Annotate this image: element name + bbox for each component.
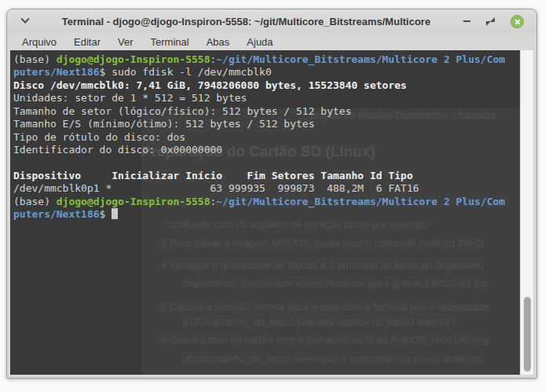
minimize-icon [463,20,470,22]
prompt-user: djogo@djogo-Inspiron-5558 [57,196,210,207]
disklabel-line: Tipo de rótulo do disco: dos [13,131,520,144]
terminal-content-area: projeto de Nicolae Dumitrache, chamado P… [10,50,533,375]
menu-arquivo[interactable]: Arquivo [13,35,65,49]
prompt-user: djogo@djogo-Inspiron-5558 [57,53,210,65]
prompt-line: (base) djogo@djogo-Inspiron-5558:~/git/M… [13,196,520,208]
partition-table-row: /dev/mmcblk0p1 * 63 999935 999873 488,2M… [13,182,520,195]
ghost-text: 6 Grave a bios no cartão com o comando s… [161,334,488,346]
terminal-window: Terminal - djogo@djogo-Inspiron-5558: ~/… [6,9,537,379]
terminal-text: (base) djogo@djogo-Inspiron-5558:~/git/M… [10,50,520,222]
terminal-cursor [112,208,118,219]
menubar: Arquivo Editar Ver Terminal Abas Ajuda [7,33,536,50]
close-button[interactable] [510,15,524,28]
window-menu-button[interactable] [13,9,37,33]
io-size-line: Tamanho E/S (mínimo/ótimo): 512 bytes / … [13,118,520,130]
partition-table-header: Dispositivo Inicializar Início Fim Setor… [13,170,520,182]
ghost-text: 5 Calcule a posição correta para gravar … [161,301,488,313]
prompt-line: (base) djogo@djogo-Inspiron-5558:~/git/M… [13,53,520,66]
menu-editar[interactable]: Editar [65,35,109,49]
window-controls [463,15,524,28]
blank-line [13,157,520,170]
maximize-icon [486,17,495,26]
minimize-button[interactable] [463,20,470,22]
ghost-text: 8192/tamanho_do_bloco (valores obtidos n… [182,316,455,328]
scrollbar-thumb[interactable] [524,297,531,372]
sector-size-line: Tamanho de setor (lógico/físico): 512 by… [13,105,520,118]
prompt-path: ~/git/Multicore_Bitstreams/Multicore 2 P… [216,196,505,207]
maximize-button[interactable] [486,17,495,26]
prompt-path: ~/git/Multicore_Bitstreams/Multicore 2 P… [216,53,505,65]
window-title: Terminal - djogo@djogo-Inspiron-5558: ~/… [37,16,455,27]
terminal-screen[interactable]: projeto de Nicolae Dumitrache, chamado P… [10,50,520,375]
prompt-line-with-cursor: puters/Next186$ [13,208,520,221]
ghost-text: 3 Para salvar a imagem MSDOS, basta usar… [161,237,484,249]
menu-ver[interactable]: Ver [109,35,142,49]
ghost-text: obs=tamanho_do_bloco seek=pos # (calcula… [182,353,481,365]
command-line: puters/Next186$ sudo fdisk -l /dev/mmcbl… [13,66,520,79]
menu-terminal[interactable]: Terminal [142,35,198,49]
disk-summary-line: Disco /dev/mmcblk0: 7,41 GiB, 7948206080… [13,79,520,92]
menu-abas[interactable]: Abas [198,35,239,49]
ghost-text: dispositivos, vamos usar esses números p… [182,277,487,289]
ghost-text: 4 Verifique a quantidade de blocos e o t… [161,259,484,271]
chevron-down-icon [20,15,29,24]
menu-ajuda[interactable]: Ajuda [238,35,281,49]
disk-id-line: Identificador do disco: 0x00000000 [13,144,520,156]
units-line: Unidades: setor de 1 * 512 = 512 bytes [13,92,520,104]
scrollbar[interactable] [520,50,533,375]
titlebar[interactable]: Terminal - djogo@djogo-Inspiron-5558: ~/… [7,9,536,33]
command-text: $ sudo fdisk -l /dev/mmcblk0 [100,66,272,78]
